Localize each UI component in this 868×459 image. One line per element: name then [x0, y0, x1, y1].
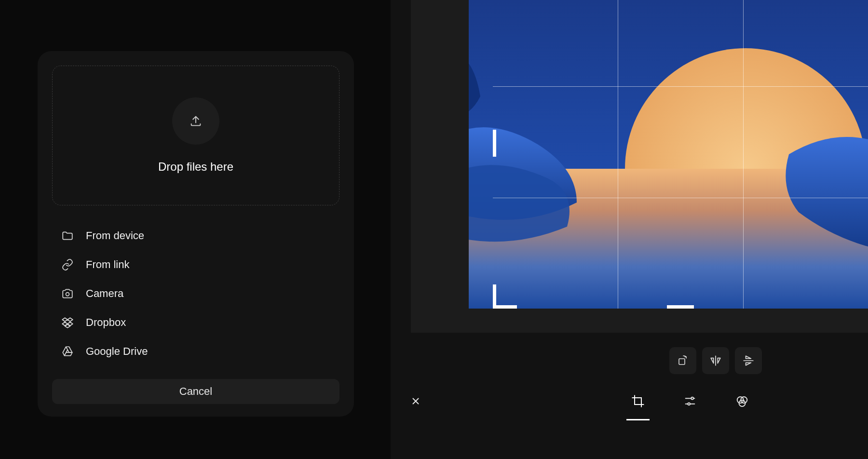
transform-toolbar — [669, 347, 762, 374]
svg-point-5 — [691, 397, 693, 400]
flip-horizontal-button[interactable] — [702, 347, 729, 374]
dropbox-icon — [61, 316, 74, 329]
flip-horizontal-icon — [709, 354, 722, 367]
google-drive-icon — [61, 345, 74, 358]
source-label: From link — [86, 258, 129, 271]
source-dropbox[interactable]: Dropbox — [57, 311, 339, 334]
dropzone-label: Drop files here — [158, 160, 233, 174]
rotate-icon — [677, 355, 689, 366]
source-google-drive[interactable]: Google Drive — [57, 340, 339, 363]
filters-icon — [735, 394, 749, 408]
svg-rect-4 — [679, 359, 685, 364]
source-from-link[interactable]: From link — [57, 254, 339, 276]
source-label: Camera — [86, 287, 123, 300]
source-camera[interactable]: Camera — [57, 283, 339, 305]
source-label: Dropbox — [86, 316, 126, 329]
tab-adjust[interactable] — [677, 388, 704, 415]
editor-canvas-frame — [411, 0, 868, 333]
rotate-button[interactable] — [669, 347, 696, 374]
tab-filters[interactable] — [729, 388, 756, 415]
svg-point-6 — [688, 403, 690, 405]
sliders-icon — [683, 394, 697, 408]
editor-bottom-bar — [391, 392, 868, 411]
editor-image-preview[interactable] — [469, 0, 868, 309]
dropzone[interactable]: Drop files here — [52, 66, 339, 205]
source-label: From device — [86, 230, 144, 242]
link-icon — [61, 258, 74, 271]
camera-icon — [61, 287, 74, 300]
close-button[interactable] — [406, 392, 425, 411]
tab-crop[interactable] — [624, 388, 651, 415]
editor-panel — [391, 0, 868, 459]
source-label: Google Drive — [86, 345, 148, 358]
folder-icon — [61, 230, 74, 242]
cancel-button[interactable]: Cancel — [52, 379, 339, 404]
crop-icon — [631, 394, 645, 408]
svg-point-0 — [66, 293, 69, 296]
source-from-device[interactable]: From device — [57, 225, 339, 247]
close-icon — [410, 396, 421, 406]
editor-tabs — [624, 388, 756, 415]
upload-source-list: From device From link Camera — [52, 225, 339, 374]
flip-vertical-icon — [742, 354, 755, 367]
flip-vertical-button[interactable] — [735, 347, 762, 374]
upload-icon — [189, 114, 203, 128]
upload-card: Drop files here From device From link — [38, 51, 354, 417]
upload-icon-circle — [172, 97, 219, 145]
